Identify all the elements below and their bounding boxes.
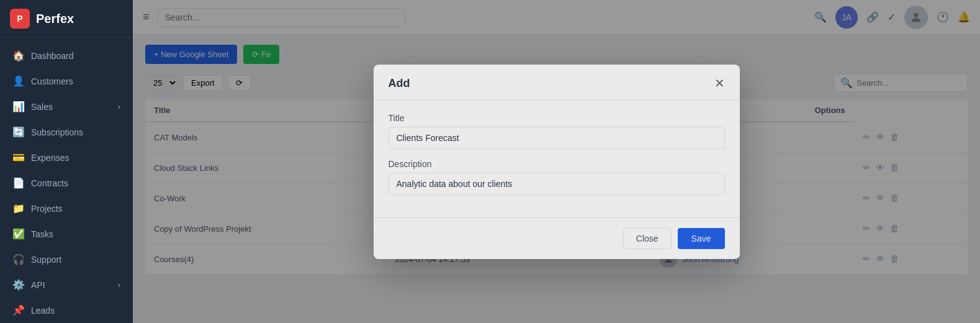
subscriptions-icon: 🔄 — [12, 126, 25, 138]
title-label: Title — [389, 113, 725, 123]
leads-icon: 📌 — [12, 304, 25, 316]
add-modal: Add ✕ Title Description Close Save — [374, 65, 740, 259]
sidebar-item-label: Tasks — [31, 229, 53, 239]
sidebar-item-dashboard[interactable]: 🏠 Dashboard — [0, 43, 133, 68]
modal-save-btn[interactable]: Save — [678, 228, 725, 249]
tasks-icon: ✅ — [12, 228, 25, 240]
modal-title: Add — [389, 77, 410, 90]
expenses-icon: 💳 — [12, 152, 25, 163]
sidebar-logo: P Perfex — [0, 0, 133, 38]
sidebar-item-label: Leads — [31, 306, 55, 316]
sidebar-item-label: API — [31, 280, 45, 290]
sidebar-item-tasks[interactable]: ✅ Tasks — [0, 221, 133, 247]
description-input[interactable] — [389, 173, 725, 195]
modal-body: Title Description — [374, 101, 740, 217]
description-label: Description — [389, 159, 725, 169]
sidebar-item-label: Expenses — [31, 153, 69, 163]
modal-overlay: Add ✕ Title Description Close Save — [133, 0, 980, 323]
sidebar: P Perfex 🏠 Dashboard 👤 Customers 📊 Sales… — [0, 0, 133, 323]
sidebar-item-label: Sales — [31, 102, 53, 112]
chevron-right-icon-api: › — [118, 281, 120, 289]
title-input[interactable] — [389, 127, 725, 149]
modal-header: Add ✕ — [374, 65, 740, 101]
chevron-right-icon: › — [118, 102, 120, 111]
customers-icon: 👤 — [12, 75, 25, 87]
sidebar-item-support[interactable]: 🎧 Support — [0, 247, 133, 272]
sidebar-item-api[interactable]: ⚙️ API › — [0, 272, 133, 298]
sidebar-item-label: Dashboard — [31, 51, 74, 61]
sidebar-item-label: Subscriptions — [31, 127, 83, 137]
sales-icon: 📊 — [12, 101, 25, 112]
logo-text: Perfex — [36, 12, 74, 26]
description-form-group: Description — [389, 159, 725, 195]
main-area: ≡ 🔍 JA 🔗 ✓ 🕐 🔔 + New Google Sheet ⟳ Fe — [133, 0, 980, 323]
sidebar-item-contracts[interactable]: 📄 Contracts — [0, 170, 133, 196]
sidebar-item-projects[interactable]: 📁 Projects — [0, 196, 133, 221]
sidebar-item-label: Customers — [31, 76, 73, 86]
projects-icon: 📁 — [12, 202, 25, 214]
sidebar-item-label: Support — [31, 255, 61, 265]
api-icon: ⚙️ — [12, 279, 25, 291]
sidebar-item-expenses[interactable]: 💳 Expenses — [0, 145, 133, 170]
sidebar-nav: 🏠 Dashboard 👤 Customers 📊 Sales › 🔄 Subs… — [0, 38, 133, 323]
sidebar-item-leads[interactable]: 📌 Leads — [0, 298, 133, 323]
support-icon: 🎧 — [12, 253, 25, 265]
home-icon: 🏠 — [12, 50, 25, 61]
modal-close-btn[interactable]: Close — [623, 228, 672, 249]
modal-close-button[interactable]: ✕ — [714, 77, 725, 89]
logo-icon: P — [10, 9, 30, 29]
sidebar-item-label: Contracts — [31, 178, 68, 188]
sidebar-item-subscriptions[interactable]: 🔄 Subscriptions — [0, 119, 133, 145]
sidebar-item-label: Projects — [31, 204, 63, 214]
contracts-icon: 📄 — [12, 177, 25, 189]
title-form-group: Title — [389, 113, 725, 149]
modal-footer: Close Save — [374, 217, 740, 259]
sidebar-item-customers[interactable]: 👤 Customers — [0, 68, 133, 94]
sidebar-item-sales[interactable]: 📊 Sales › — [0, 94, 133, 119]
